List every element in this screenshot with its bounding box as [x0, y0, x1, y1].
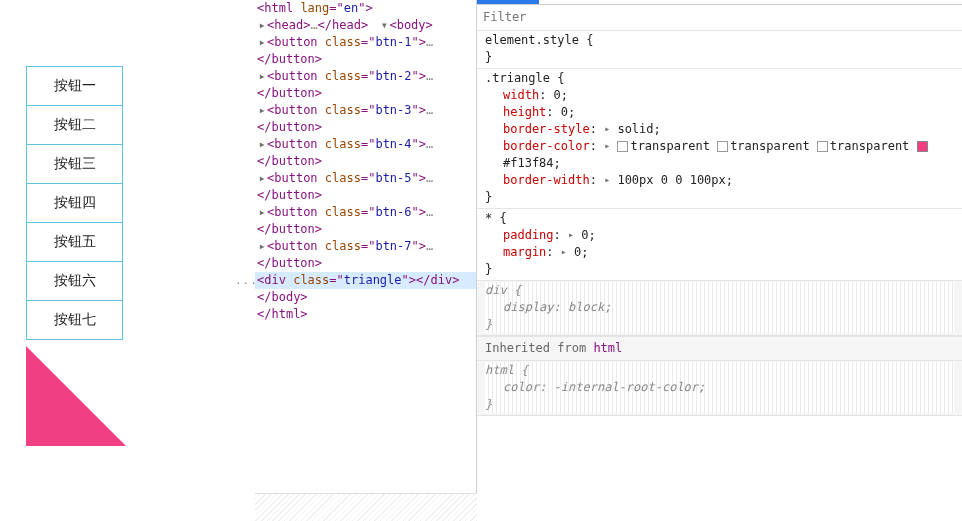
inherited-from-link[interactable]: html — [593, 341, 622, 355]
selector-element-style: element.style { — [485, 33, 593, 47]
dom-node-btn-2[interactable]: ▸<button class="btn-2">… — [255, 68, 435, 85]
expand-value-icon[interactable]: ▸ — [604, 171, 610, 188]
dom-node-btn-1[interactable]: ▸<button class="btn-1">… — [255, 34, 435, 51]
button-stack: 按钮一 按钮二 按钮三 按钮四 按钮五 按钮六 按钮七 — [26, 66, 123, 340]
styles-tab-indicator — [477, 0, 962, 5]
dom-node-btn-4[interactable]: ▸<button class="btn-4">… — [255, 136, 435, 153]
rule-user-agent-div[interactable]: div { display: block; } — [477, 281, 962, 336]
rule-triangle[interactable]: .triangle { width: 0; height: 0; border-… — [477, 69, 962, 209]
triangle-div — [26, 346, 126, 446]
preview-button-4[interactable]: 按钮四 — [26, 183, 123, 223]
collapse-icon[interactable]: ▾ — [379, 17, 389, 34]
rule-close-brace: } — [485, 49, 954, 66]
styles-filter-input[interactable] — [477, 5, 962, 30]
dom-node-btn-5[interactable]: ▸<button class="btn-5">… — [255, 170, 435, 187]
rule-element-style[interactable]: element.style { } — [477, 31, 962, 69]
preview-button-1[interactable]: 按钮一 — [26, 66, 123, 106]
expand-value-icon[interactable]: ▸ — [604, 120, 610, 137]
rule-user-agent-html[interactable]: html { color: -internal-root-color; } — [477, 361, 962, 416]
preview-button-3[interactable]: 按钮三 — [26, 144, 123, 184]
devtools-styles-panel: element.style { } .triangle { width: 0; … — [477, 0, 962, 521]
devtools-elements-panel[interactable]: <html lang="en"> ▸<head>…</head> ▾<body>… — [255, 0, 477, 521]
dom-node-btn-3[interactable]: ▸<button class="btn-3">… — [255, 102, 435, 119]
expand-value-icon[interactable]: ▸ — [604, 137, 610, 154]
page-preview: 按钮一 按钮二 按钮三 按钮四 按钮五 按钮六 按钮七 — [0, 0, 255, 521]
color-swatch-transparent[interactable] — [617, 141, 628, 152]
rule-universal[interactable]: * { padding: ▸ 0; margin: ▸ 0; } — [477, 209, 962, 281]
color-swatch-transparent[interactable] — [717, 141, 728, 152]
dom-node-btn-7[interactable]: ▸<button class="btn-7">… — [255, 238, 435, 255]
selector-triangle: .triangle { — [485, 71, 564, 85]
expand-icon[interactable]: ▸ — [257, 17, 267, 34]
preview-button-6[interactable]: 按钮六 — [26, 261, 123, 301]
panel-resizer[interactable] — [255, 493, 477, 521]
preview-button-7[interactable]: 按钮七 — [26, 300, 123, 340]
color-swatch-transparent[interactable] — [817, 141, 828, 152]
preview-button-5[interactable]: 按钮五 — [26, 222, 123, 262]
dom-node-btn-6[interactable]: ▸<button class="btn-6">… — [255, 204, 435, 221]
inherited-from-row: Inherited from html — [477, 336, 962, 361]
preview-button-2[interactable]: 按钮二 — [26, 105, 123, 145]
dom-node-triangle-selected[interactable]: <div class="triangle"></div> — [255, 272, 476, 289]
color-swatch-accent[interactable] — [917, 141, 928, 152]
